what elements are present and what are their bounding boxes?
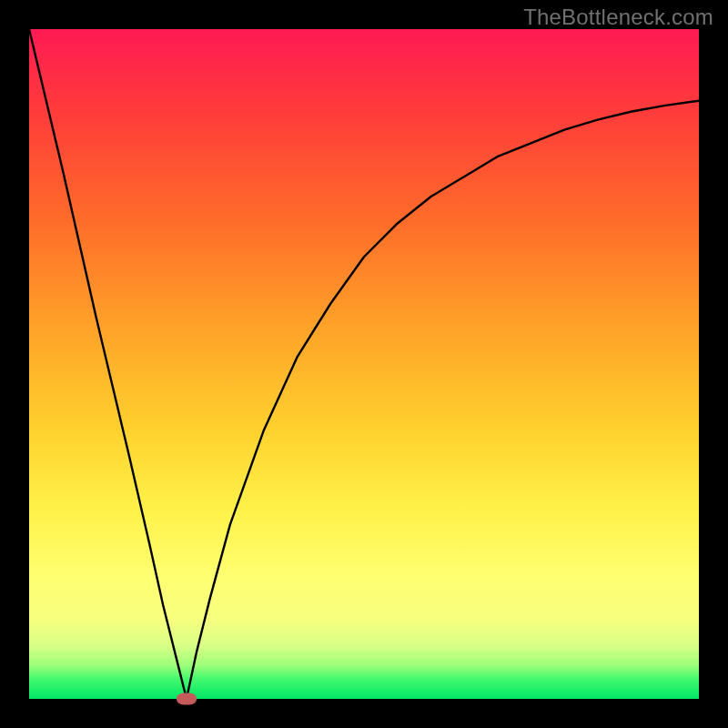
curve-layer — [29, 29, 699, 699]
attribution-label: TheBottleneck.com — [523, 5, 713, 30]
plot-area — [29, 29, 699, 699]
chart-frame: TheBottleneck.com — [0, 0, 728, 728]
minimum-marker — [177, 693, 197, 705]
bottleneck-curve — [29, 29, 699, 699]
